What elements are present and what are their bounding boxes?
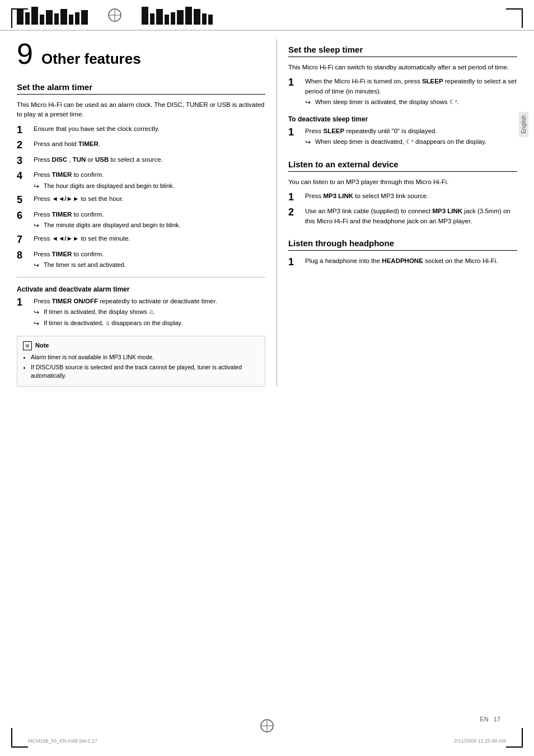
- alarm-step-7: 7 Press ◄◄/►► to set the minute.: [17, 234, 265, 246]
- bar: [165, 15, 169, 25]
- note-item: If DISC/USB source is selected and the t…: [31, 363, 259, 381]
- sub-bullet-text: If timer is activated, the display shows…: [44, 308, 155, 316]
- step-number: 5: [17, 194, 30, 206]
- headphone-section-heading: Listen through headphone: [288, 238, 517, 251]
- step-number: 1: [288, 77, 302, 89]
- sub-bullet: ↪ If timer is deactivated, ♫ disappears …: [34, 319, 265, 328]
- sub-bullet-text: The timer is set and activated.: [44, 261, 126, 269]
- deactivate-sleep-list: 1 Press SLEEP repeatedly until "0" is di…: [288, 126, 517, 147]
- top-banner: [0, 0, 534, 31]
- sub-bullet: ↪ When sleep timer is activated, the dis…: [305, 98, 517, 107]
- external-step-1: 1 Press MP3 LINK to select MP3 link sour…: [288, 191, 517, 204]
- deactivate-sleep-step-1: 1 Press SLEEP repeatedly until "0" is di…: [288, 126, 517, 147]
- sub-bullet: ↪ When sleep timer is deactivated, ☾ᶻ di…: [305, 138, 517, 147]
- bottom-right-corner: [506, 728, 523, 748]
- step-number: 2: [288, 206, 302, 219]
- keyword-sleep: SLEEP: [323, 128, 344, 134]
- note-header: = Note: [23, 341, 259, 350]
- headphone-steps-list: 1 Plug a headphone into the HEADPHONE so…: [288, 256, 517, 269]
- external-step-2: 2 Use an MP3 link cable (supplied) to co…: [288, 206, 517, 226]
- sub-bullet: ↪ The timer is set and activated.: [34, 261, 265, 270]
- chapter-number: 9: [17, 39, 33, 68]
- bar: [69, 15, 73, 25]
- note-icon: =: [23, 341, 32, 350]
- keyword-nav: ◄◄/►►: [52, 195, 79, 202]
- top-left-corner: [11, 8, 28, 28]
- sub-bullet-text: The minute digits are displayed and begi…: [44, 221, 181, 229]
- bar: [202, 13, 207, 25]
- step-number: 8: [17, 250, 30, 262]
- sub-bullet-text: When sleep timer is deactivated, ☾ᶻ disa…: [315, 138, 486, 146]
- keyword-sleep: SLEEP: [422, 78, 443, 84]
- alarm-step-3: 3 Press DISC , TUN or USB to select a so…: [17, 155, 265, 167]
- en-label: EN: [480, 716, 488, 722]
- note-list: Alarm timer is not available in MP3 LINK…: [23, 353, 259, 381]
- step-content: When the Micro Hi-Fi is turned on, press…: [305, 77, 517, 107]
- keyword-mp3link: MP3 LINK: [323, 192, 353, 199]
- step-number: 1: [288, 256, 302, 269]
- bar: [40, 15, 44, 25]
- page: 9 Other features Set the alarm timer Thi…: [0, 0, 534, 756]
- step-content: Press TIMER to confirm. ↪ The hour digit…: [34, 170, 265, 191]
- keyword-nav: ◄◄/►►: [52, 235, 79, 242]
- activate-steps-list: 1 Press TIMER ON/OFF repeatedly to activ…: [17, 297, 265, 328]
- step-content: Press ◄◄/►► to set the hour.: [34, 194, 265, 204]
- alarm-step-5: 5 Press ◄◄/►► to set the hour.: [17, 194, 265, 206]
- alarm-step-2: 2 Press and hold TIMER.: [17, 139, 265, 152]
- sub-bullet: ↪ The minute digits are displayed and be…: [34, 221, 265, 231]
- step-number: 1: [17, 124, 30, 137]
- bar: [142, 7, 148, 25]
- keyword-timer: TIMER: [52, 211, 72, 218]
- step-content: Press SLEEP repeatedly until "0" is disp…: [305, 126, 517, 147]
- note-item: Alarm timer is not available in MP3 LINK…: [31, 353, 259, 362]
- headphone-step-1: 1 Plug a headphone into the HEADPHONE so…: [288, 256, 517, 269]
- sub-bullet: ↪ If timer is activated, the display sho…: [34, 308, 265, 317]
- banner-right-bars: [142, 0, 213, 30]
- arrow-icon: ↪: [34, 182, 44, 191]
- step-number: 3: [17, 155, 30, 167]
- chapter-heading: 9 Other features: [17, 39, 265, 71]
- arrow-icon: ↪: [34, 221, 44, 231]
- alarm-step-4: 4 Press TIMER to confirm. ↪ The hour dig…: [17, 170, 265, 191]
- bar: [156, 9, 163, 25]
- activate-step-1: 1 Press TIMER ON/OFF repeatedly to activ…: [17, 297, 265, 328]
- language-label: English: [519, 112, 528, 137]
- keyword-disc: DISC: [52, 156, 67, 163]
- bar: [31, 7, 38, 25]
- step-number: 6: [17, 210, 30, 222]
- alarm-step-8: 8 Press TIMER to confirm. ↪ The timer is…: [17, 250, 265, 270]
- external-intro: You can listen to an MP3 player through …: [288, 177, 517, 187]
- step-content: Press MP3 LINK to select MP3 link source…: [305, 191, 517, 201]
- sleep-steps-list: 1 When the Micro Hi-Fi is turned on, pre…: [288, 77, 517, 107]
- sub-bullet-text: When sleep timer is activated, the displ…: [315, 98, 459, 106]
- alarm-steps-list: 1 Ensure that you have set the clock cor…: [17, 124, 265, 270]
- bottom-compass-left: [260, 719, 274, 735]
- bar: [46, 10, 53, 25]
- deactivate-sleep-heading: To deactivate sleep timer: [288, 115, 517, 123]
- step-number: 1: [17, 297, 30, 309]
- step-content: Press and hold TIMER.: [34, 139, 265, 149]
- step-content: Plug a headphone into the HEADPHONE sock…: [305, 256, 517, 266]
- note-box: = Note Alarm timer is not available in M…: [17, 336, 265, 387]
- sub-bullet-text: If timer is deactivated, ♫ disappears on…: [44, 319, 182, 327]
- bar: [194, 9, 200, 25]
- bar: [81, 10, 88, 25]
- step-content: Press TIMER to confirm. ↪ The timer is s…: [34, 250, 265, 270]
- alarm-section-heading: Set the alarm timer: [17, 82, 265, 95]
- external-steps-list: 1 Press MP3 LINK to select MP3 link sour…: [288, 191, 517, 226]
- bottom-left-corner: [11, 728, 28, 748]
- bar: [150, 13, 154, 25]
- step-content: Press DISC , TUN or USB to select a sour…: [34, 155, 265, 165]
- arrow-icon: ↪: [34, 319, 44, 328]
- step-content: Press TIMER ON/OFF repeatedly to activat…: [34, 297, 265, 328]
- keyword-timer: TIMER: [52, 171, 72, 178]
- arrow-icon: ↪: [305, 138, 315, 147]
- keyword-timer-onoff: TIMER ON/OFF: [52, 298, 98, 304]
- step-content: Use an MP3 link cable (supplied) to conn…: [305, 206, 517, 226]
- step-number: 2: [17, 139, 30, 152]
- content-area: 9 Other features Set the alarm timer Thi…: [0, 34, 534, 392]
- alarm-step-1: 1 Ensure that you have set the clock cor…: [17, 124, 265, 137]
- arrow-icon: ↪: [305, 98, 315, 107]
- chapter-title: Other features: [41, 50, 141, 68]
- step-content: Press ◄◄/►► to set the minute.: [34, 234, 265, 243]
